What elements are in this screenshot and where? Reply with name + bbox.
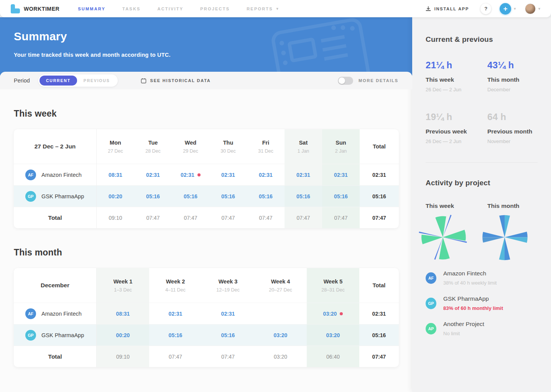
col-week1: Week 11–3 Dec — [97, 268, 149, 303]
see-historical-data-button[interactable]: SEE HISTORICAL DATA — [141, 78, 211, 84]
column-total: 03:20 — [274, 354, 287, 360]
col-wed: Wed29 Dec — [172, 129, 209, 164]
download-icon — [426, 6, 431, 12]
brand[interactable]: WORKTIMER — [11, 4, 59, 13]
more-details-label: MORE DETAILS — [359, 78, 398, 83]
main-content: Summary Your time tracked this week and … — [0, 17, 412, 392]
overtime-dot — [340, 312, 343, 315]
column-total: 09:10 — [116, 354, 130, 360]
filter-toolbar: Period CURRENT PREVIOUS SEE HISTORICAL D… — [0, 72, 412, 89]
time-entry-link[interactable]: 03:20 — [274, 332, 288, 338]
stat-sub: December — [487, 87, 551, 92]
nav-summary[interactable]: SUMMARY — [78, 7, 105, 11]
avatar: GP — [25, 191, 36, 202]
time-entry-link[interactable]: 08:31 — [109, 172, 122, 178]
time-entry-link[interactable]: 05:16 — [334, 193, 348, 199]
time-entry-link[interactable]: 02:31 — [221, 311, 235, 317]
column-total: 07:47 — [146, 215, 160, 221]
col-thu: Thu30 Dec — [209, 129, 247, 164]
col-week4: Week 420–27 Dec — [254, 268, 307, 303]
month-pinwheel-chart — [478, 211, 531, 263]
user-menu[interactable]: ▼ — [525, 3, 541, 14]
time-entry-link[interactable]: 02:31 — [181, 172, 194, 178]
project-name: Amazon Fintech — [443, 270, 497, 277]
col-total: Total — [360, 129, 399, 164]
row-total: 05:16 — [372, 332, 386, 338]
totals-label: Total — [48, 353, 62, 360]
top-bar: WORKTIMER SUMMARY TASKS ACTIVITY PROJECT… — [0, 0, 551, 17]
overtime-dot — [197, 173, 201, 176]
time-entry-link[interactable]: 05:16 — [221, 193, 235, 199]
activity-section: Activity by project This week This month… — [426, 163, 551, 336]
period-previous-button[interactable]: PREVIOUS — [77, 76, 117, 86]
avatar: AP — [426, 323, 436, 334]
project-name: Another Project — [443, 321, 484, 328]
stat-previous-week: 19¼ h Previous week 26 Dec — 2 Jun — [426, 112, 487, 144]
time-entry-link[interactable]: 03:20 — [326, 332, 340, 338]
hero-banner: Summary Your time tracked this week and … — [0, 17, 412, 76]
week-table: 27 Dec – 2 Jun Mon27 Dec Tue28 Dec Wed29… — [14, 129, 399, 228]
time-entry-link[interactable]: 00:20 — [116, 332, 130, 338]
week-pinwheel-chart — [416, 211, 470, 263]
time-entry-link[interactable]: 08:31 — [116, 311, 130, 317]
time-entry-link[interactable]: 02:31 — [334, 172, 348, 178]
col-total: Total — [359, 268, 399, 303]
stat-label: Previous week — [426, 128, 487, 135]
stat-value: 21¼ h — [426, 60, 487, 71]
nav-tasks[interactable]: TASKS — [122, 7, 140, 11]
brand-name: WORKTIMER — [24, 6, 59, 12]
add-menu[interactable]: + ▼ — [500, 3, 516, 15]
table-row-project: GP GSK PharmaApp — [14, 185, 97, 207]
time-entry-link[interactable]: 00:20 — [109, 193, 122, 199]
time-entry-link[interactable]: 02:31 — [221, 172, 235, 178]
col-sat: Sat1 Jan — [285, 129, 322, 164]
time-entry-link[interactable]: 03:20 — [323, 311, 337, 317]
nav-reports-label: REPORTS — [247, 7, 273, 11]
list-item-project[interactable]: AP Another Project No limit — [426, 321, 551, 336]
nav-reports[interactable]: REPORTS ▼ — [247, 7, 280, 11]
column-total: 07:47 — [296, 215, 310, 221]
current-previous-section: Current & previous 21¼ h This week 26 De… — [426, 17, 551, 144]
install-app-button[interactable]: INSTALL APP — [426, 6, 469, 12]
avatar: AF — [426, 272, 436, 284]
stat-this-week: 21¼ h This week 26 Dec — 2 Jun — [426, 60, 487, 92]
time-entry-link[interactable]: 05:16 — [259, 193, 273, 199]
time-entry-link[interactable]: 05:16 — [146, 193, 160, 199]
nav-activity[interactable]: ACTIVITY — [158, 7, 184, 11]
add-button[interactable]: + — [500, 3, 511, 15]
time-entry-link[interactable]: 05:16 — [169, 332, 183, 338]
time-entry-link[interactable]: 02:31 — [169, 311, 183, 317]
avatar: GP — [25, 330, 36, 341]
help-button[interactable]: ? — [480, 3, 491, 14]
col-week3: Week 312–19 Dec — [202, 268, 254, 303]
month-section-title: This month — [14, 247, 412, 258]
column-total: 06:40 — [326, 354, 340, 360]
row-total: 05:16 — [372, 193, 386, 199]
calendar-icon — [141, 78, 146, 84]
worktimer-logo-icon — [11, 4, 20, 13]
period-current-button[interactable]: CURRENT — [39, 76, 77, 86]
stat-label: Previous month — [487, 128, 551, 135]
project-name: GSK PharmaApp — [443, 295, 503, 302]
totals-label: Total — [48, 214, 62, 221]
avatar[interactable] — [525, 3, 536, 14]
column-total: 07:47 — [169, 354, 182, 360]
column-total: 07:47 — [334, 215, 347, 221]
col-mon: Mon27 Dec — [97, 129, 134, 164]
nav-projects[interactable]: PROJECTS — [200, 7, 230, 11]
column-total: 07:47 — [221, 215, 235, 221]
week-chart-label: This week — [426, 203, 487, 209]
avatar: AF — [25, 170, 36, 180]
time-entry-link[interactable]: 02:31 — [146, 172, 160, 178]
time-entry-link[interactable]: 05:16 — [296, 193, 310, 199]
main-nav: SUMMARY TASKS ACTIVITY PROJECTS REPORTS … — [78, 7, 280, 11]
list-item-project[interactable]: AF Amazon Fintech 38% of 40 h weekly lim… — [426, 270, 551, 286]
time-entry-link[interactable]: 05:16 — [221, 332, 235, 338]
time-entry-link[interactable]: 05:16 — [184, 193, 197, 199]
avatar: GP — [426, 298, 436, 309]
time-entry-link[interactable]: 02:31 — [259, 172, 273, 178]
list-item-project[interactable]: GP GSK PharmaApp 83% of 60 h monthly lim… — [426, 295, 551, 311]
time-entry-link[interactable]: 02:31 — [296, 172, 310, 178]
more-details-toggle[interactable] — [338, 77, 353, 85]
month-name: December — [41, 282, 69, 289]
